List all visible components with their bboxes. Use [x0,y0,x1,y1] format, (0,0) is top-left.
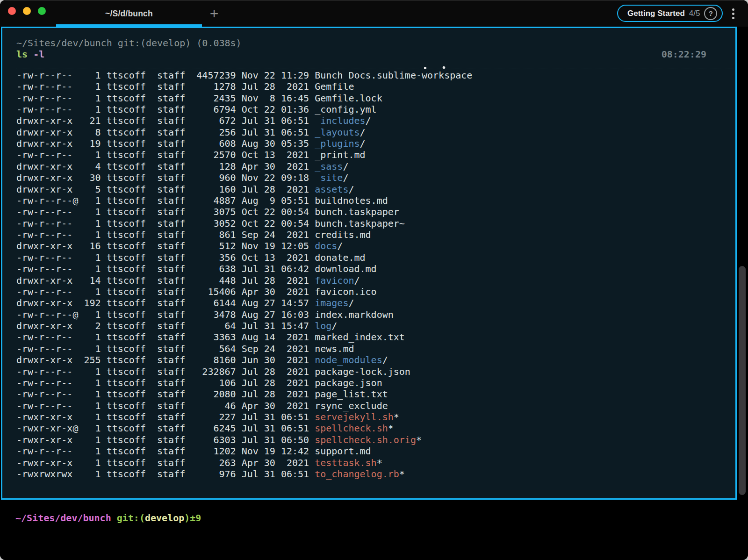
file-row: -rw-r--r-- 1 ttscoff staff 3075 Oct 22 0… [16,206,735,217]
file-row: -rw-r--r-- 1 ttscoff staff 2080 Jul 28 2… [16,388,735,400]
file-row: -rw-r--r-- 1 ttscoff staff 232867 Jul 28… [16,366,735,377]
file-name: _sass [315,161,343,172]
file-row: -rw-r--r-- 1 ttscoff staff 861 Sep 24 20… [16,229,735,240]
dir-row: drwxr-xr-x 255 ttscoff staff 8160 Jun 30… [16,354,735,366]
file-name: _print.md [315,149,365,160]
file-suffix: / [343,161,348,172]
file-row: -rwxr-xr-x 1 ttscoff staff 263 Apr 30 20… [16,457,735,468]
file-suffix: * [399,468,405,480]
prompt-path: ~/Sites/dev/bunch [15,512,111,524]
file-row: -rw-r--r-- 1 ttscoff staff 1278 Jul 28 2… [16,81,735,92]
file-row: -rw-r--r-- 1 ttscoff staff 3052 Oct 22 0… [16,218,735,229]
file-name: Bunch Docs.sublime-workspace [315,70,472,81]
file-row: -rw-r--r-- 1 ttscoff staff 46 Apr 30 202… [16,400,735,411]
file-suffix: / [331,320,337,331]
file-row: -rw-r--r--@ 1 ttscoff staff 4887 Aug 9 0… [16,195,735,206]
file-name: _plugins [315,138,360,149]
file-suffix: / [343,172,348,183]
file-name: log [315,320,331,331]
dir-row: drwxr-xr-x 21 ttscoff staff 672 Jul 31 0… [16,115,735,126]
menu-dots-icon[interactable] [728,7,738,20]
file-row: -rw-r--r-- 1 ttscoff staff 564 Sep 24 20… [16,343,735,354]
file-suffix: / [348,184,354,195]
file-name: _site [315,172,343,183]
dir-row: drwxr-xr-x 14 ttscoff staff 448 Jul 28 2… [16,275,735,286]
git-status: ±9 [190,512,201,524]
clipped-glyph-fragment [442,66,446,69]
file-row: -rw-r--r-- 1 ttscoff staff 356 Oct 13 20… [16,252,735,263]
file-name: rsync_exclude [315,400,388,411]
file-name: spellcheck.sh.orig [315,434,416,445]
file-row: -rw-r--r-- 1 ttscoff staff 2570 Oct 13 2… [16,149,735,160]
file-row: -rw-r--r-- 1 ttscoff staff 1202 Nov 19 1… [16,445,735,457]
file-name: Gemfile.lock [315,93,382,104]
clipped-glyph-fragment [424,67,426,69]
file-name: docs [315,240,337,251]
file-suffix: / [366,115,371,126]
file-name: testtask.sh [315,457,376,468]
file-name: bunch.taskpaper [315,206,399,217]
file-suffix: / [354,275,360,286]
file-row: -rw-r--r-- 1 ttscoff staff 15406 Apr 30 … [16,286,735,297]
file-name: images [315,297,348,309]
file-name: news.md [315,343,354,354]
file-suffix: / [360,127,366,138]
tab-active[interactable]: ~/S/d/bunch [56,0,202,27]
scrollbar-track[interactable] [737,27,748,500]
dir-row: drwxr-xr-x 5 ttscoff staff 160 Jul 28 20… [16,184,735,195]
file-row: -rw-r--r-- 1 ttscoff staff 638 Jul 31 06… [16,263,735,274]
getting-started-badge[interactable]: Getting Started 4/5 ? [617,5,723,22]
file-suffix: * [388,423,394,434]
file-name: node_modules [315,354,382,366]
file-name: to_changelog.rb [315,468,399,480]
file-suffix: / [348,297,354,309]
help-icon[interactable]: ? [704,7,717,20]
minimize-button[interactable] [23,7,31,15]
dir-row: drwxr-xr-x 19 ttscoff staff 608 Aug 30 0… [16,138,735,149]
command-text: ls [16,49,28,60]
titlebar: ~/S/d/bunch + Getting Started 4/5 ? [0,0,748,27]
close-button[interactable] [8,7,16,15]
file-name: servejekyll.sh [315,411,394,423]
file-suffix: / [337,240,343,251]
file-name: spellcheck.sh [315,423,388,434]
command-flag: -l [33,49,44,60]
git-branch: develop [145,512,184,524]
file-row: -rw-r--r-- 1 ttscoff staff 2435 Nov 8 16… [16,93,735,104]
new-tab-button[interactable]: + [205,3,223,24]
getting-started-label: Getting Started [627,9,685,18]
command-line: ls -l08:22:29 [16,49,735,60]
file-name: assets [315,184,348,195]
shell-prompt: ~/Sites/dev/bunch git:(develop)±9 [15,512,201,524]
file-name: credits.md [315,229,371,240]
dir-row: drwxr-xr-x 4 ttscoff staff 128 Apr 30 20… [16,161,735,172]
file-row: -rw-r--r-- 1 ttscoff staff 106 Jul 28 20… [16,377,735,388]
file-suffix: * [416,434,422,445]
file-name: bunch.taskpaper~ [315,218,405,229]
dir-row: drwxr-xr-x 16 ttscoff staff 512 Nov 19 1… [16,240,735,251]
file-row: -rw-r--r-- 1 ttscoff staff 6794 Oct 22 0… [16,104,735,115]
file-name: package.json [315,377,382,388]
dir-row: drwxr-xr-x 8 ttscoff staff 256 Jul 31 06… [16,127,735,138]
footer-area: ~/Sites/dev/bunch git:(develop)±9 [0,500,748,560]
file-name: support.md [315,445,371,457]
file-row: -rwxr-xr-x@ 1 ttscoff staff 6245 Jul 31 … [16,423,735,434]
clipped-line-separator [16,69,734,69]
file-suffix: / [382,354,388,366]
getting-started-progress: 4/5 [689,9,700,18]
terminal-content[interactable]: ~/Sites/dev/bunch git:(develop) (0.038s)… [1,27,737,500]
file-name: favicon [315,275,354,286]
file-suffix: / [360,138,366,149]
zoom-button[interactable] [38,7,46,15]
file-name: _config.yml [315,104,376,115]
tab-title: ~/S/d/bunch [105,9,153,19]
scrollbar-thumb[interactable] [739,266,746,495]
file-name: index.markdown [315,309,394,320]
prompt-line: ~/Sites/dev/bunch git:(develop) (0.038s) [16,37,735,49]
terminal-window: ~/S/d/bunch + Getting Started 4/5 ? ~/Si… [0,0,748,560]
file-name: page_list.txt [315,388,388,400]
dir-row: drwxr-xr-x 192 ttscoff staff 6144 Aug 27… [16,297,735,309]
file-name: donate.md [315,252,365,263]
file-row: -rwxr-xr-x 1 ttscoff staff 6303 Jul 31 0… [16,434,735,445]
file-row: -rwxrwxrwx 1 ttscoff staff 976 Jul 31 06… [16,468,735,480]
